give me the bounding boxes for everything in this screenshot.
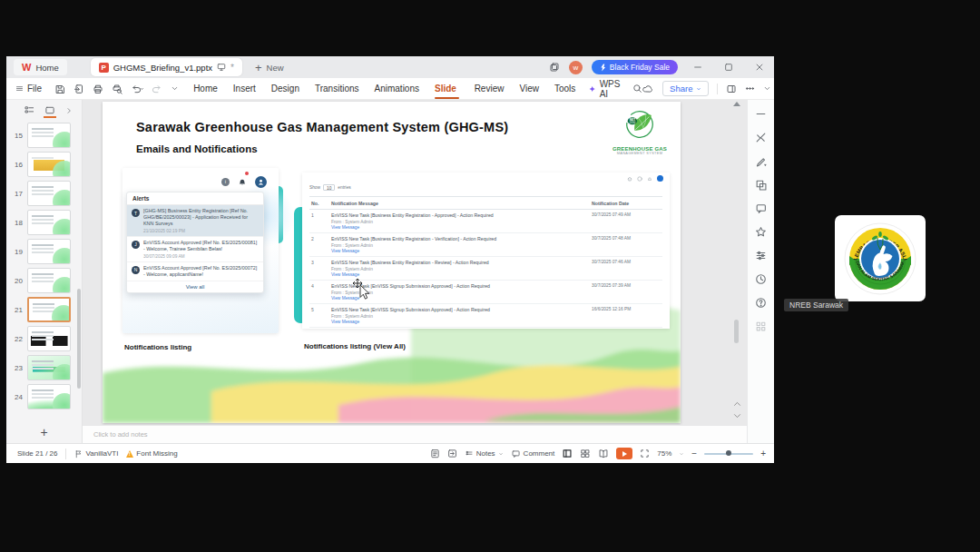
slide-scrollbar[interactable] (731, 102, 742, 423)
zoom-in-button[interactable]: + (760, 449, 766, 458)
row-number: 2 (309, 236, 331, 242)
menu-design[interactable]: Design (271, 78, 299, 100)
slide-thumbnail-16[interactable]: 16 (6, 151, 82, 178)
alert-item[interactable]: JEnVISS Account Approved [Ref No. ES/202… (127, 237, 263, 262)
window-stack-icon[interactable] (549, 62, 560, 73)
slide-thumbnail-22[interactable]: 22 (6, 325, 82, 352)
alert-item[interactable]: NEnVISS Account Approved [Ref No. ES/202… (127, 262, 263, 281)
settings-icon[interactable] (755, 250, 767, 261)
toolbar-more-icon[interactable] (171, 84, 179, 93)
view-normal-icon[interactable] (562, 448, 573, 458)
slide-thumbnail-20[interactable]: 20 (6, 267, 82, 294)
notes-toggle[interactable]: Notes (465, 449, 504, 458)
view-all-link[interactable]: View all (127, 281, 263, 292)
slide-view-icon[interactable] (44, 105, 55, 115)
font-missing-warning[interactable]: Font Missing (126, 449, 177, 458)
menu-review[interactable]: Review (475, 78, 505, 100)
previous-slide-button[interactable] (733, 400, 741, 407)
search-icon[interactable] (632, 84, 642, 94)
cloud-icon[interactable] (642, 84, 654, 94)
panel-layout-icon[interactable] (726, 84, 737, 94)
wps-home-tab[interactable]: W Home (14, 59, 67, 75)
user-avatar[interactable]: w (569, 61, 583, 74)
scrollbar-thumb[interactable] (734, 320, 739, 343)
menu-home[interactable]: Home (193, 78, 218, 100)
shapes-icon[interactable] (755, 179, 767, 191)
next-slide-button[interactable] (733, 413, 741, 419)
view-message-link[interactable]: View Message (331, 249, 592, 253)
promo-banner[interactable]: Black Friday Sale (592, 60, 678, 74)
undo-icon[interactable] (131, 84, 143, 94)
view-sorter-icon[interactable] (580, 448, 591, 458)
thumbnail-number: 19 (6, 248, 23, 256)
star-icon[interactable] (755, 226, 767, 238)
menu-insert[interactable]: Insert (233, 78, 256, 100)
zoom-slider[interactable] (704, 449, 753, 458)
wps-ai-button[interactable]: WPS AI (589, 79, 622, 99)
slide-thumbnail-15[interactable]: 15 (6, 122, 82, 149)
history-icon[interactable] (755, 273, 767, 285)
slide-thumbnail-23[interactable]: 23 (6, 354, 82, 381)
view-message-link[interactable]: View Message (331, 225, 592, 230)
participant-video-tile[interactable]: LEMBAGA SUMBER ASLI DAN ALAM SEKITAR SAR… (835, 215, 926, 301)
ai-pen-icon[interactable] (755, 155, 767, 167)
maximize-button[interactable] (718, 57, 740, 77)
slide-thumbnail-19[interactable]: 19 (6, 238, 82, 265)
slide-thumbnail-18[interactable]: 18 (6, 209, 82, 236)
fullscreen-icon[interactable] (640, 448, 650, 458)
slide-21[interactable]: Sarawak Greenhouse Gas Management System… (103, 102, 681, 423)
view-message-link[interactable]: View Message (331, 320, 592, 324)
panel-expand-icon[interactable] (65, 107, 73, 114)
apps-icon[interactable] (755, 320, 767, 332)
more-options-icon[interactable] (745, 84, 755, 94)
slide-note-icon[interactable] (430, 448, 440, 458)
slide-thumbnail-21[interactable]: 21 (6, 296, 82, 323)
share-button[interactable]: Share (662, 81, 709, 96)
thumbnail-preview (27, 268, 71, 293)
notification-date: 30/7/2025 07:49 AM (592, 212, 662, 217)
menu-transitions[interactable]: Transitions (315, 78, 359, 100)
menu-tools[interactable]: Tools (554, 78, 575, 100)
show-entries-select[interactable]: 10 (323, 184, 335, 191)
thumbnail-preview (27, 210, 71, 235)
new-tab-button[interactable]: + New (255, 62, 284, 74)
help-icon[interactable] (755, 297, 767, 309)
scroll-up-arrow[interactable] (733, 102, 740, 106)
menu-animations[interactable]: Animations (375, 78, 419, 100)
slide-thumbnail-17[interactable]: 17 (6, 180, 82, 207)
comment-button[interactable]: Comment (511, 449, 555, 458)
print-icon[interactable] (93, 84, 103, 94)
collapse-ribbon-icon[interactable] (763, 84, 771, 93)
design-icon[interactable] (755, 132, 767, 143)
close-button[interactable] (749, 57, 770, 77)
outline-view-icon[interactable] (24, 105, 34, 115)
new-tab-label: New (267, 63, 284, 73)
redo-icon[interactable] (152, 84, 162, 94)
menu-slide-show[interactable]: Slide Show (435, 78, 459, 100)
menu-view[interactable]: View (519, 78, 539, 100)
slide-thumbnail-24[interactable]: 24 (6, 383, 82, 410)
output-icon[interactable] (74, 84, 84, 94)
minimize-button[interactable] (687, 57, 709, 77)
save-icon[interactable] (54, 84, 65, 94)
move-pane-icon[interactable] (447, 448, 457, 458)
print-preview-icon[interactable] (112, 84, 122, 94)
notes-area[interactable]: Click to add notes (83, 425, 747, 443)
view-reading-icon[interactable] (598, 448, 609, 458)
zoom-caret-icon[interactable] (679, 451, 684, 457)
design-template-button[interactable]: VanillaVTI (74, 449, 118, 458)
view-message-link[interactable]: View Message (331, 272, 592, 277)
add-slide-button[interactable]: + (6, 425, 82, 439)
alert-item[interactable]: T[GHG-MS] Business Entity Registration [… (127, 205, 263, 237)
zoom-slider-thumb[interactable] (726, 450, 731, 456)
document-tab[interactable]: P GHGMS_Briefing_v1.pptx * (91, 58, 242, 76)
notification-badge (245, 172, 249, 175)
thumbnail-scrollbar[interactable] (77, 289, 81, 389)
notifications-table-screenshot: Show 10 entries No. Notification Message… (302, 172, 670, 329)
file-menu-button[interactable]: File (15, 84, 42, 94)
comment-icon[interactable] (755, 202, 767, 214)
slideshow-play-button[interactable] (616, 448, 632, 459)
zoom-out-button[interactable]: − (691, 449, 697, 458)
collapse-icon[interactable] (755, 108, 767, 120)
alert-content: [GHG-MS] Business Entity Registration [R… (143, 208, 259, 233)
